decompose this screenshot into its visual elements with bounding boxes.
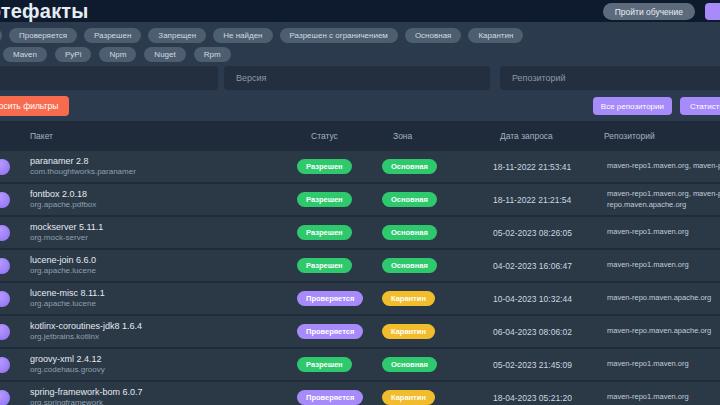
zone-cell: Основная <box>382 159 492 174</box>
package-text: lucene-join 6.6.0org.apache.lucene <box>30 255 96 276</box>
repository-cell: maven-repo1.maven.org, maven-plugins.gre… <box>604 189 720 211</box>
type-filter-chip[interactable]: Rpm <box>194 47 231 62</box>
status-filter-chip[interactable]: Разрешен с ограничением <box>280 28 398 43</box>
status-filter-chip[interactable]: Не найден <box>213 28 272 43</box>
zone-badge: Основная <box>382 192 437 207</box>
package-text: groovy-xml 2.4.12org.codehaus.groovy <box>30 354 105 375</box>
status-cell: Проверяется <box>297 324 382 339</box>
status-filter-chip[interactable]: Проверяется <box>9 28 77 43</box>
column-header: Зона <box>382 131 492 141</box>
package-name: lucene-misc 8.11.1 <box>30 288 105 299</box>
request-date: 05-02-2023 08:26:05 <box>492 228 604 238</box>
table-row[interactable]: fontbox 2.0.18org.apache.pdfboxРазрешенО… <box>0 184 720 215</box>
all-repositories-button[interactable]: Все репозитории <box>593 97 672 115</box>
zone-badge: Основная <box>382 357 437 372</box>
zone-cell: Карантин <box>382 324 492 339</box>
zone-cell: Основная <box>382 357 492 372</box>
status-chip-row: ПроверяетсяРазрешенЗапрещенНе найденРазр… <box>0 28 720 43</box>
status-cell: Разрешен <box>297 258 382 273</box>
zone-cell: Основная <box>382 258 492 273</box>
status-filter-chip[interactable]: Запрещен <box>148 28 206 43</box>
package-text: mockserver 5.11.1org.mock-server <box>30 222 103 243</box>
package-cell: mockserver 5.11.1org.mock-server <box>0 222 297 243</box>
package-text: fontbox 2.0.18org.apache.pdfbox <box>30 189 96 210</box>
request-date: 18-11-2022 21:21:54 <box>492 195 604 205</box>
package-group: org.apache.lucene <box>30 266 96 276</box>
zone-badge: Основная <box>382 258 437 273</box>
request-date: 05-02-2023 21:45:09 <box>492 360 604 370</box>
package-group: org.codehaus.groovy <box>30 365 105 375</box>
package-group: org.springframework <box>30 398 143 405</box>
repository-cell: maven-repo.maven.apache.org <box>604 293 720 304</box>
table-row[interactable]: spring-framework-bom 6.0.7org.springfram… <box>0 382 720 405</box>
app-viewport: Артефакты Пройти обучение ПроверяетсяРаз… <box>0 0 720 405</box>
status-badge: Разрешен <box>297 225 352 240</box>
zone-badge: Основная <box>382 159 437 174</box>
cut-filter-chip[interactable] <box>0 28 2 43</box>
status-badge: Разрешен <box>297 357 352 372</box>
zone-badge: Карантин <box>382 324 435 339</box>
repository-filter-input[interactable] <box>500 66 720 90</box>
type-filter-chip[interactable]: Nuget <box>144 47 185 62</box>
status-cell: Проверяется <box>297 390 382 405</box>
zone-badge: Основная <box>382 225 437 240</box>
package-avatar-icon <box>0 324 10 340</box>
type-chip-row: MavenPyPiNpmNugetRpm <box>3 47 720 62</box>
type-filter-chip[interactable]: Maven <box>3 47 47 62</box>
column-header: Пакет <box>0 131 297 141</box>
repository-name: maven-repo1.maven.org <box>607 359 689 370</box>
table-row[interactable]: kotlinx-coroutines-jdk8 1.6.4org.jetbrai… <box>0 316 720 347</box>
repository-name: maven-repo.maven.apache.org <box>607 326 711 337</box>
statistics-button[interactable]: Статистика <box>680 97 720 115</box>
status-filter-chip[interactable]: Карантин <box>468 28 523 43</box>
repository-name: maven-repo.maven.apache.org <box>607 293 711 304</box>
package-cell: fontbox 2.0.18org.apache.pdfbox <box>0 189 297 210</box>
table-header-row: ПакетСтатусЗонаДата запросаРепозиторий <box>0 121 720 151</box>
filter-inputs-row <box>0 66 720 90</box>
status-badge: Разрешен <box>297 258 352 273</box>
status-filter-chip[interactable]: Основная <box>405 28 462 43</box>
package-cell: paranamer 2.8com.thoughtworks.paranamer <box>0 156 297 177</box>
package-avatar-icon <box>0 225 10 241</box>
request-date: 06-04-2023 08:06:02 <box>492 327 604 337</box>
package-cell: groovy-xml 2.4.12org.codehaus.groovy <box>0 354 297 375</box>
type-filter-chip[interactable]: Npm <box>99 47 136 62</box>
repository-name: repo.maven.apache.org <box>607 200 686 211</box>
table-row[interactable]: groovy-xml 2.4.12org.codehaus.groovyРазр… <box>0 349 720 380</box>
package-name: fontbox 2.0.18 <box>30 189 96 200</box>
training-button[interactable]: Пройти обучение <box>603 3 695 20</box>
column-header: Статус <box>297 131 382 141</box>
name-filter-input[interactable] <box>0 66 218 90</box>
status-filter-chip[interactable]: Разрешен <box>84 28 141 43</box>
status-cell: Разрешен <box>297 159 382 174</box>
package-group: org.jetbrains.kotlinx <box>30 332 142 342</box>
table-row[interactable]: lucene-join 6.6.0org.apache.luceneРазреш… <box>0 250 720 281</box>
top-header-bar: Артефакты Пройти обучение <box>0 0 720 22</box>
repository-name: maven-repo1.maven.org, maven-plugins.g <box>607 161 720 172</box>
edge-cut-purple-button[interactable] <box>705 3 720 20</box>
repository-cell: maven-repo1.maven.org, maven-plugins.g <box>604 161 720 172</box>
column-header: Репозиторий <box>604 131 720 141</box>
request-date: 18-11-2022 21:53:41 <box>492 162 604 172</box>
package-name: mockserver 5.11.1 <box>30 222 103 233</box>
request-date: 10-04-2023 10:32:44 <box>492 294 604 304</box>
package-text: lucene-misc 8.11.1org.apache.lucene <box>30 288 105 309</box>
package-avatar-icon <box>0 357 10 373</box>
repository-name: maven-repo1.maven.org <box>607 227 689 238</box>
table-row[interactable]: mockserver 5.11.1org.mock-serverРазрешен… <box>0 217 720 248</box>
package-cell: lucene-misc 8.11.1org.apache.lucene <box>0 288 297 309</box>
repository-name: maven-repo1.maven.org <box>607 392 689 403</box>
table-row[interactable]: lucene-misc 8.11.1org.apache.luceneПрове… <box>0 283 720 314</box>
zone-cell: Основная <box>382 192 492 207</box>
table-row[interactable]: paranamer 2.8com.thoughtworks.paranamerР… <box>0 151 720 182</box>
version-filter-input[interactable] <box>224 66 490 90</box>
request-date: 04-02-2023 16:06:47 <box>492 261 604 271</box>
package-group: com.thoughtworks.paranamer <box>30 167 136 177</box>
status-badge: Проверяется <box>297 291 363 306</box>
package-group: org.mock-server <box>30 233 103 243</box>
package-name: paranamer 2.8 <box>30 156 136 167</box>
reset-filters-button[interactable]: Сбросить фильтры <box>0 96 69 116</box>
type-filter-chip[interactable]: PyPi <box>55 47 91 62</box>
package-cell: spring-framework-bom 6.0.7org.springfram… <box>0 387 297 405</box>
package-cell: kotlinx-coroutines-jdk8 1.6.4org.jetbrai… <box>0 321 297 342</box>
